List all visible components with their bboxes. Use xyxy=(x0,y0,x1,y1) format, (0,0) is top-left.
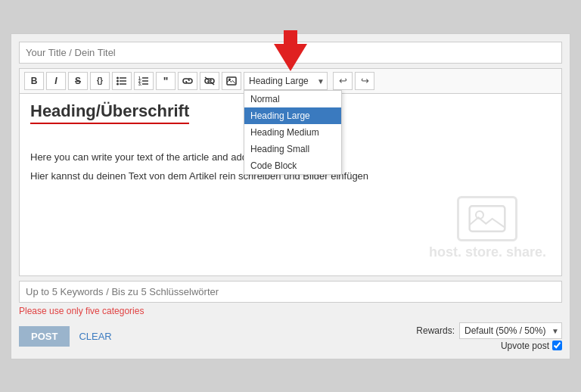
svg-text:3.: 3. xyxy=(138,82,142,86)
unlink-button[interactable] xyxy=(200,72,219,90)
quote-button[interactable]: " xyxy=(156,72,176,90)
bottom-right: Rewards: Default (50% / 50%) ▼ Upvote po… xyxy=(416,322,562,351)
watermark-icon xyxy=(457,196,517,241)
editor-area: B I S {} 1.2.3. " Heading La xyxy=(19,68,562,276)
categories-warning: Please use only five categories xyxy=(19,306,562,316)
watermark: host. store. share. xyxy=(429,196,546,260)
upvote-checkbox[interactable] xyxy=(552,341,562,350)
italic-button[interactable]: I xyxy=(46,72,66,90)
main-editor-container: B I S {} 1.2.3. " Heading La xyxy=(11,33,570,359)
ul-button[interactable] xyxy=(112,72,132,90)
format-option-normal[interactable]: Normal xyxy=(244,91,341,107)
ol-button[interactable]: 1.2.3. xyxy=(134,72,154,90)
image-button[interactable] xyxy=(222,72,241,90)
watermark-text: host. store. share. xyxy=(429,244,546,260)
rewards-select-wrapper[interactable]: Default (50% / 50%) ▼ xyxy=(459,322,562,339)
svg-rect-15 xyxy=(470,206,505,231)
code-button[interactable]: {} xyxy=(90,72,110,90)
arrow-shaft xyxy=(284,30,297,44)
link-button[interactable] xyxy=(178,72,197,90)
toolbar: B I S {} 1.2.3. " Heading La xyxy=(20,69,561,94)
arrow-head xyxy=(274,44,307,71)
svg-point-4 xyxy=(117,79,119,82)
format-option-heading-medium[interactable]: Heading Medium xyxy=(244,124,341,141)
svg-point-5 xyxy=(117,82,119,85)
undo-button[interactable]: ↩ xyxy=(333,72,353,90)
keywords-input[interactable] xyxy=(19,281,562,303)
redo-button[interactable]: ↪ xyxy=(355,72,374,90)
format-select[interactable]: Heading Large xyxy=(244,72,328,90)
format-option-heading-large[interactable]: Heading Large xyxy=(244,107,341,124)
post-button[interactable]: POST xyxy=(19,326,70,347)
format-dropdown: Normal Heading Large Heading Medium Head… xyxy=(244,90,342,175)
bold-button[interactable]: B xyxy=(24,72,44,90)
editor-heading: Heading/Überschrift xyxy=(30,101,189,124)
rewards-label: Rewards: xyxy=(416,325,455,336)
bottom-left: POST CLEAR xyxy=(19,326,112,347)
format-select-wrapper[interactable]: Heading Large ▼ Normal Heading Large Hea… xyxy=(244,72,328,90)
svg-point-3 xyxy=(117,76,119,79)
bottom-row: POST CLEAR Rewards: Default (50% / 50%) … xyxy=(19,322,562,351)
clear-button[interactable]: CLEAR xyxy=(79,331,111,342)
red-arrow xyxy=(274,30,307,71)
upvote-row: Upvote post xyxy=(501,341,562,351)
format-option-heading-small[interactable]: Heading Small xyxy=(244,141,341,157)
rewards-select[interactable]: Default (50% / 50%) xyxy=(459,322,562,339)
upvote-label: Upvote post xyxy=(501,341,549,351)
rewards-row: Rewards: Default (50% / 50%) ▼ xyxy=(416,322,562,339)
format-option-code-block[interactable]: Code Block xyxy=(244,157,341,174)
strikethrough-button[interactable]: S xyxy=(68,72,88,90)
